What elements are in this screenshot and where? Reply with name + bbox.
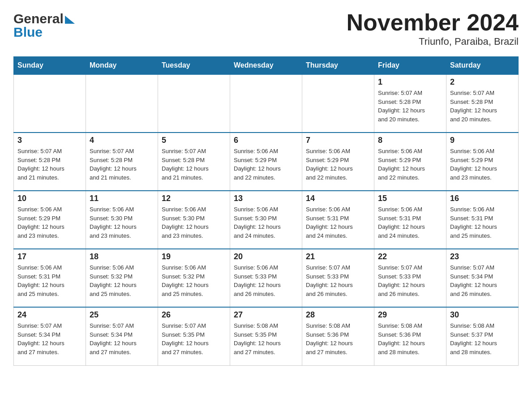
calendar-day-cell: 2Sunrise: 5:07 AM Sunset: 5:28 PM Daylig… (446, 74, 519, 133)
calendar-day-cell: 21Sunrise: 5:07 AM Sunset: 5:33 PM Dayli… (302, 249, 374, 307)
day-info: Sunrise: 5:06 AM Sunset: 5:30 PM Dayligh… (162, 205, 226, 240)
calendar-day-cell: 16Sunrise: 5:06 AM Sunset: 5:31 PM Dayli… (446, 191, 519, 249)
day-info: Sunrise: 5:06 AM Sunset: 5:29 PM Dayligh… (378, 147, 442, 182)
calendar-day-cell: 22Sunrise: 5:07 AM Sunset: 5:33 PM Dayli… (374, 249, 446, 307)
logo-arrow-icon (65, 16, 75, 24)
day-number: 24 (17, 310, 82, 320)
day-info: Sunrise: 5:07 AM Sunset: 5:28 PM Dayligh… (378, 89, 442, 124)
day-number: 21 (306, 252, 370, 261)
day-number: 23 (450, 252, 515, 261)
calendar-day-cell: 17Sunrise: 5:06 AM Sunset: 5:31 PM Dayli… (14, 249, 86, 307)
day-number: 2 (450, 77, 515, 87)
day-info: Sunrise: 5:06 AM Sunset: 5:32 PM Dayligh… (162, 263, 226, 298)
calendar-day-cell: 10Sunrise: 5:06 AM Sunset: 5:29 PM Dayli… (14, 191, 86, 249)
day-info: Sunrise: 5:08 AM Sunset: 5:36 PM Dayligh… (306, 321, 370, 356)
day-number: 13 (234, 194, 298, 203)
day-info: Sunrise: 5:08 AM Sunset: 5:35 PM Dayligh… (234, 321, 298, 356)
day-number: 18 (90, 252, 154, 261)
calendar-day-cell: 30Sunrise: 5:08 AM Sunset: 5:37 PM Dayli… (446, 307, 519, 365)
calendar-week-row: 1Sunrise: 5:07 AM Sunset: 5:28 PM Daylig… (14, 74, 519, 133)
day-number: 6 (234, 136, 298, 145)
calendar-day-cell (158, 74, 230, 133)
calendar-day-cell: 11Sunrise: 5:06 AM Sunset: 5:30 PM Dayli… (86, 191, 158, 249)
day-info: Sunrise: 5:08 AM Sunset: 5:37 PM Dayligh… (450, 321, 515, 356)
calendar-day-cell (302, 74, 374, 133)
day-number: 29 (378, 310, 442, 320)
day-number: 7 (306, 136, 370, 145)
calendar-day-cell: 25Sunrise: 5:07 AM Sunset: 5:34 PM Dayli… (86, 307, 158, 365)
calendar-day-cell: 12Sunrise: 5:06 AM Sunset: 5:30 PM Dayli… (158, 191, 230, 249)
col-header-saturday: Saturday (446, 57, 519, 75)
col-header-tuesday: Tuesday (158, 57, 230, 75)
calendar-subtitle: Triunfo, Paraiba, Brazil (347, 36, 519, 47)
day-info: Sunrise: 5:07 AM Sunset: 5:28 PM Dayligh… (90, 147, 154, 182)
day-info: Sunrise: 5:06 AM Sunset: 5:31 PM Dayligh… (306, 205, 370, 240)
day-info: Sunrise: 5:06 AM Sunset: 5:31 PM Dayligh… (17, 263, 82, 298)
day-number: 27 (234, 310, 298, 320)
logo-general-text: General (13, 11, 64, 26)
day-info: Sunrise: 5:07 AM Sunset: 5:33 PM Dayligh… (378, 263, 442, 298)
day-info: Sunrise: 5:06 AM Sunset: 5:30 PM Dayligh… (90, 205, 154, 240)
day-number: 25 (90, 310, 154, 320)
calendar-day-cell: 14Sunrise: 5:06 AM Sunset: 5:31 PM Dayli… (302, 191, 374, 249)
day-info: Sunrise: 5:06 AM Sunset: 5:31 PM Dayligh… (378, 205, 442, 240)
calendar-day-cell: 3Sunrise: 5:07 AM Sunset: 5:28 PM Daylig… (14, 133, 86, 191)
logo: General Blue (13, 9, 75, 40)
day-number: 28 (306, 310, 370, 320)
day-info: Sunrise: 5:06 AM Sunset: 5:29 PM Dayligh… (450, 147, 515, 182)
calendar-header-row: SundayMondayTuesdayWednesdayThursdayFrid… (14, 57, 519, 75)
day-number: 15 (378, 194, 442, 203)
calendar-day-cell: 18Sunrise: 5:06 AM Sunset: 5:32 PM Dayli… (86, 249, 158, 307)
day-number: 1 (378, 77, 442, 87)
calendar-day-cell: 4Sunrise: 5:07 AM Sunset: 5:28 PM Daylig… (86, 133, 158, 191)
calendar-day-cell: 15Sunrise: 5:06 AM Sunset: 5:31 PM Dayli… (374, 191, 446, 249)
calendar-day-cell: 26Sunrise: 5:07 AM Sunset: 5:35 PM Dayli… (158, 307, 230, 365)
calendar-day-cell: 5Sunrise: 5:07 AM Sunset: 5:28 PM Daylig… (158, 133, 230, 191)
day-info: Sunrise: 5:08 AM Sunset: 5:36 PM Dayligh… (378, 321, 442, 356)
page-header: General Blue November 2024 Triunfo, Para… (13, 9, 519, 47)
calendar-table: SundayMondayTuesdayWednesdayThursdayFrid… (13, 56, 519, 366)
day-number: 12 (162, 194, 226, 203)
day-info: Sunrise: 5:06 AM Sunset: 5:33 PM Dayligh… (234, 263, 298, 298)
day-info: Sunrise: 5:07 AM Sunset: 5:28 PM Dayligh… (450, 89, 515, 124)
calendar-day-cell: 19Sunrise: 5:06 AM Sunset: 5:32 PM Dayli… (158, 249, 230, 307)
calendar-day-cell: 9Sunrise: 5:06 AM Sunset: 5:29 PM Daylig… (446, 133, 519, 191)
day-info: Sunrise: 5:06 AM Sunset: 5:29 PM Dayligh… (17, 205, 82, 240)
day-number: 20 (234, 252, 298, 261)
day-number: 11 (90, 194, 154, 203)
day-number: 19 (162, 252, 226, 261)
day-info: Sunrise: 5:06 AM Sunset: 5:30 PM Dayligh… (234, 205, 298, 240)
calendar-week-row: 17Sunrise: 5:06 AM Sunset: 5:31 PM Dayli… (14, 249, 519, 307)
calendar-day-cell: 29Sunrise: 5:08 AM Sunset: 5:36 PM Dayli… (374, 307, 446, 365)
title-area: November 2024 Triunfo, Paraiba, Brazil (347, 9, 519, 47)
calendar-day-cell (230, 74, 302, 133)
col-header-wednesday: Wednesday (230, 57, 302, 75)
calendar-week-row: 3Sunrise: 5:07 AM Sunset: 5:28 PM Daylig… (14, 133, 519, 191)
calendar-day-cell: 27Sunrise: 5:08 AM Sunset: 5:35 PM Dayli… (230, 307, 302, 365)
day-number: 26 (162, 310, 226, 320)
day-info: Sunrise: 5:07 AM Sunset: 5:34 PM Dayligh… (450, 263, 515, 298)
calendar-title: November 2024 (347, 9, 519, 36)
day-info: Sunrise: 5:07 AM Sunset: 5:28 PM Dayligh… (17, 147, 82, 182)
calendar-day-cell: 24Sunrise: 5:07 AM Sunset: 5:34 PM Dayli… (14, 307, 86, 365)
day-info: Sunrise: 5:06 AM Sunset: 5:29 PM Dayligh… (306, 147, 370, 182)
day-number: 16 (450, 194, 515, 203)
day-info: Sunrise: 5:07 AM Sunset: 5:35 PM Dayligh… (162, 321, 226, 356)
calendar-day-cell: 23Sunrise: 5:07 AM Sunset: 5:34 PM Dayli… (446, 249, 519, 307)
calendar-day-cell: 20Sunrise: 5:06 AM Sunset: 5:33 PM Dayli… (230, 249, 302, 307)
day-number: 4 (90, 136, 154, 145)
calendar-day-cell (86, 74, 158, 133)
day-number: 30 (450, 310, 515, 320)
day-info: Sunrise: 5:06 AM Sunset: 5:32 PM Dayligh… (90, 263, 154, 298)
day-info: Sunrise: 5:06 AM Sunset: 5:31 PM Dayligh… (450, 205, 515, 240)
calendar-week-row: 10Sunrise: 5:06 AM Sunset: 5:29 PM Dayli… (14, 191, 519, 249)
calendar-day-cell: 6Sunrise: 5:06 AM Sunset: 5:29 PM Daylig… (230, 133, 302, 191)
day-number: 22 (378, 252, 442, 261)
day-number: 10 (17, 194, 82, 203)
calendar-day-cell: 13Sunrise: 5:06 AM Sunset: 5:30 PM Dayli… (230, 191, 302, 249)
calendar-day-cell: 1Sunrise: 5:07 AM Sunset: 5:28 PM Daylig… (374, 74, 446, 133)
col-header-friday: Friday (374, 57, 446, 75)
col-header-sunday: Sunday (14, 57, 86, 75)
calendar-day-cell: 8Sunrise: 5:06 AM Sunset: 5:29 PM Daylig… (374, 133, 446, 191)
calendar-day-cell: 7Sunrise: 5:06 AM Sunset: 5:29 PM Daylig… (302, 133, 374, 191)
